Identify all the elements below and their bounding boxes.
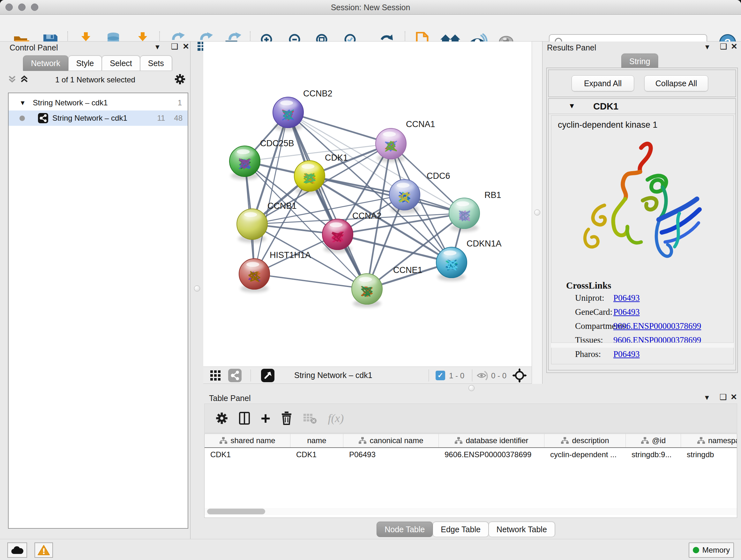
table-cell[interactable]: 9606.ENSP00000378699 bbox=[439, 450, 544, 459]
tab-style[interactable]: Style bbox=[68, 56, 102, 71]
crosslink-value-link[interactable]: P06493 bbox=[613, 293, 640, 303]
network-collection-row[interactable]: ▼ String Network – cdk1 1 bbox=[9, 95, 188, 111]
tab-node-table[interactable]: Node Table bbox=[377, 522, 433, 537]
edge-CDK1-RB1[interactable] bbox=[310, 176, 464, 213]
node-RB1[interactable] bbox=[449, 198, 480, 232]
scrollbar-thumb[interactable] bbox=[207, 509, 265, 514]
table-row[interactable]: CDK1CDK1P064939606.ENSP00000378699cyclin… bbox=[205, 448, 737, 461]
section-collapse-icon[interactable]: ▼ bbox=[568, 102, 576, 110]
panel-menu-icon[interactable]: ▾ bbox=[705, 43, 710, 51]
column-header-database-identifier[interactable]: database identifier bbox=[439, 434, 544, 447]
node-CDKN1A[interactable] bbox=[436, 247, 467, 281]
node-CCNA1[interactable] bbox=[376, 128, 406, 162]
left-splitter-handle[interactable] bbox=[194, 286, 200, 292]
fit-selected-crosshair-icon[interactable] bbox=[512, 368, 527, 383]
memory-status-dot bbox=[693, 547, 699, 553]
expand-all-button[interactable]: Expand All bbox=[571, 75, 634, 91]
network-row-selected[interactable]: String Network – cdk1 11 48 bbox=[9, 111, 188, 126]
edge-CCNB2-CCNE1[interactable] bbox=[288, 112, 367, 289]
panel-close-icon[interactable]: ✕ bbox=[731, 43, 738, 51]
crosslink-row: Compartments:9606.ENSP00000378699 bbox=[575, 321, 628, 331]
control-panel-title: Control Panel bbox=[10, 43, 58, 52]
results-panel: Results Panel ▾ ❑ ✕ String Expand All Co… bbox=[542, 42, 741, 392]
tab-select[interactable]: Select bbox=[102, 56, 140, 71]
column-header--id[interactable]: @id bbox=[626, 434, 681, 447]
crosslink-value-link[interactable]: P06493 bbox=[613, 349, 640, 359]
memory-button[interactable]: Memory bbox=[689, 543, 734, 558]
column-header-namespace[interactable]: namespace bbox=[681, 434, 737, 447]
tab-network[interactable]: Network bbox=[23, 56, 68, 71]
results-scrollbar[interactable] bbox=[551, 343, 734, 348]
edge-count: 48 bbox=[174, 114, 183, 123]
panel-float-icon[interactable]: ❑ bbox=[720, 393, 727, 401]
crosslink-value-link[interactable]: P06493 bbox=[613, 307, 640, 317]
node-CCNA2[interactable] bbox=[322, 219, 353, 253]
table-cell[interactable]: stringdb bbox=[681, 450, 737, 459]
node-CDC6[interactable] bbox=[389, 179, 420, 213]
tab-sets[interactable]: Sets bbox=[140, 56, 172, 71]
panel-float-icon[interactable]: ❑ bbox=[171, 43, 178, 51]
shared-column-icon bbox=[697, 437, 705, 444]
table-options-gear-icon[interactable] bbox=[215, 412, 228, 425]
delete-column-icon[interactable] bbox=[281, 412, 292, 425]
edge-HIST1H1A-CCNE1[interactable] bbox=[254, 274, 367, 289]
crosslink-row: GeneCard:P06493 bbox=[575, 307, 612, 317]
horizontal-splitter-handle[interactable] bbox=[468, 385, 475, 391]
warning-icon bbox=[38, 545, 50, 556]
horizontal-splitter[interactable] bbox=[191, 384, 741, 392]
crosslink-value-link[interactable]: 9606.ENSP00000378699 bbox=[613, 321, 701, 331]
panel-close-icon[interactable]: ✕ bbox=[731, 393, 737, 401]
gene-section-header[interactable]: ▼ CDK1 bbox=[549, 99, 736, 114]
table-cell[interactable]: cyclin-dependent ... bbox=[544, 450, 626, 459]
table-cell[interactable]: stringdb:9... bbox=[626, 450, 681, 459]
column-label: shared name bbox=[230, 436, 275, 445]
selected-checkbox-icon[interactable]: ✓ bbox=[435, 371, 445, 380]
node-label-CCNB2: CCNB2 bbox=[303, 89, 333, 98]
right-splitter-handle[interactable] bbox=[534, 209, 540, 215]
tab-edge-table[interactable]: Edge Table bbox=[433, 522, 488, 537]
column-label: canonical name bbox=[369, 436, 423, 445]
column-header-name[interactable]: name bbox=[290, 434, 343, 447]
function-builder-icon: f(x) bbox=[328, 412, 344, 425]
warning-button[interactable] bbox=[35, 543, 53, 558]
tab-network-table[interactable]: Network Table bbox=[488, 522, 555, 537]
node-CCNB2[interactable] bbox=[273, 97, 304, 131]
cloud-button[interactable] bbox=[7, 543, 27, 558]
table-cell[interactable]: CDK1 bbox=[290, 450, 343, 459]
panel-close-icon[interactable]: ✕ bbox=[183, 43, 189, 51]
crosslinks-heading: CrossLinks bbox=[566, 280, 611, 291]
table-cell[interactable]: CDK1 bbox=[205, 450, 290, 459]
node-CDK1[interactable] bbox=[294, 161, 325, 194]
panel-menu-icon[interactable]: ▾ bbox=[155, 43, 159, 51]
column-label: @id bbox=[652, 436, 666, 445]
grid-view-icon[interactable] bbox=[210, 370, 221, 381]
network-options-gear-icon[interactable] bbox=[174, 73, 186, 85]
tab-string[interactable]: String bbox=[621, 54, 658, 69]
birdseye-share-icon[interactable] bbox=[228, 369, 242, 382]
node-HIST1H1A[interactable] bbox=[239, 259, 270, 293]
node-CCNE1[interactable] bbox=[352, 273, 382, 307]
collapse-all-button[interactable]: Collapse All bbox=[644, 75, 708, 91]
column-header-description[interactable]: description bbox=[544, 434, 626, 447]
shared-column-icon bbox=[455, 437, 463, 444]
shared-column-icon bbox=[561, 437, 569, 444]
column-header-shared-name[interactable]: shared name bbox=[205, 434, 290, 447]
node-CDC25B[interactable] bbox=[229, 146, 260, 180]
column-header-canonical-name[interactable]: canonical name bbox=[343, 434, 439, 447]
table-horizontal-scrollbar[interactable] bbox=[205, 508, 737, 515]
node-label-CDK1: CDK1 bbox=[325, 153, 348, 163]
panel-menu-icon[interactable]: ▾ bbox=[705, 393, 709, 401]
open-in-window-icon[interactable] bbox=[261, 369, 274, 382]
add-column-icon[interactable]: + bbox=[261, 412, 270, 425]
table-header-row: shared namenamecanonical namedatabase id… bbox=[205, 434, 737, 448]
network-canvas[interactable]: CCNB2CCNA1CDC25BCDK1CDC6RB1CCNB1CCNA2CDK… bbox=[203, 42, 532, 367]
edge-CCNB2-HIST1H1A[interactable] bbox=[254, 112, 288, 274]
table-cell[interactable]: P06493 bbox=[343, 450, 439, 459]
panel-float-icon[interactable]: ❑ bbox=[720, 43, 727, 51]
node-CCNB1[interactable] bbox=[237, 209, 267, 243]
show-columns-icon[interactable] bbox=[239, 412, 250, 425]
tree-expand-icon[interactable]: ▼ bbox=[19, 99, 26, 107]
column-label: description bbox=[572, 436, 609, 445]
cloud-icon bbox=[11, 546, 23, 555]
edge-CCNB2-CCNA1[interactable] bbox=[288, 112, 391, 144]
